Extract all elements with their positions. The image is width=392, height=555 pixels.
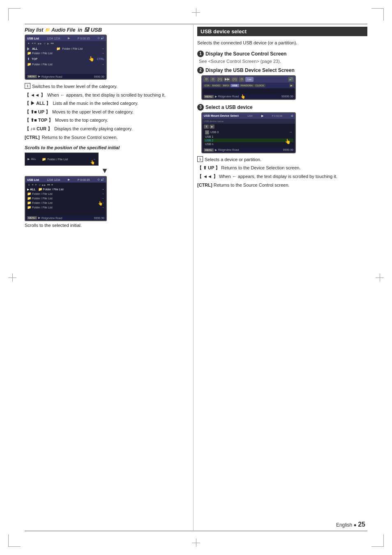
usb-select-bottombar: MENU ▶ Ridgeview Road 👆 99999.99 [202, 94, 295, 99]
bottom-divider [25, 531, 367, 531]
btn-plus1: (+) [217, 77, 223, 82]
usb-dev-time: P 0:00:00 [272, 115, 283, 117]
center-cross-bottom [192, 539, 200, 547]
folder-icon-2: 📁 [27, 62, 31, 66]
arrow-2: → [101, 63, 104, 66]
language-label: English [336, 522, 352, 528]
btn-plus2: (+) [231, 77, 238, 82]
btn-circle2: ⊙ [210, 77, 216, 82]
folder-icon-s4: 📁 [27, 201, 31, 205]
btn-radio: RADIO [211, 84, 221, 87]
ctrl-label: CTRL [97, 58, 104, 60]
screen-row-folder2: 📁 Folder / File List → [25, 62, 106, 67]
screen-controls-row: ■◄◄▶▶↺▶■■ [28, 42, 104, 45]
desc-item-1: 1 Switches to the lower level of the cat… [25, 83, 185, 90]
page-number-block: English ● 25 [336, 521, 365, 528]
folder-icon-s1: 📁 [38, 187, 42, 191]
station-r3: Ridgeview Road [218, 148, 239, 151]
step-1-header: 1 Display the Source Control Screen [197, 51, 367, 57]
corner-mark-tl [8, 8, 21, 21]
center-cross-top [192, 8, 200, 16]
usb-dev-title: USB Mount Device Select [204, 114, 239, 117]
btn-cta: CTA [203, 84, 211, 87]
r-bracket-back: 【 ◄◄ 】 [197, 173, 218, 180]
playlist-screen-mockup: USB List 1234 1234 ▶ P 0:00:35 ⊙ 🔊 ■◄◄▶▶… [25, 35, 107, 80]
center-cross-right [376, 273, 384, 282]
r-desc-text-1: Selects a device or partition. [205, 156, 261, 164]
play-icon [27, 47, 30, 51]
arrow-down: ▼ [25, 167, 185, 174]
r-desc-ctrl: [CTRL] Returns to the Source Control scr… [197, 181, 367, 189]
usb-dev-label: USB device name [204, 120, 224, 123]
nav-icon-s: ▶ [38, 216, 40, 220]
in-label: in [78, 27, 82, 33]
nav-icon: ▶ [38, 75, 40, 78]
usb-num-icon: 1 [205, 130, 209, 134]
usb-nav-btn1: ⬆ [204, 125, 209, 129]
step-1-title: Display the Source Control Screen [205, 51, 286, 57]
screen-track-info: 1234 1234 [47, 37, 60, 40]
station-s: Ridgeview Road [42, 217, 62, 220]
usb-dev-topbar: USB Mount Device Select 1234 ▶ P 0:00:00… [202, 113, 295, 119]
r-desc-back: 【 ◄◄ 】 When ← appears, the text display … [197, 173, 367, 180]
folder-icon-s2: 📁 [27, 192, 31, 196]
st-arrow: ▶ [68, 178, 70, 181]
scrolled-controls: ⬆◄►↺▶▶■■■ [25, 183, 106, 187]
usb-item-2-selected: USB 2 👆 [204, 139, 293, 142]
corner-mark-tr [371, 8, 384, 21]
nav-r3: ▶ [215, 148, 217, 152]
folder-name-s3: Folder / File List [32, 197, 53, 200]
scrolled-row-f5: 📁 Folder / File List → [25, 205, 106, 210]
bracket-ctrl: [CTRL] [25, 134, 40, 141]
usb-item-n: USB n [204, 142, 293, 146]
scrolled-bottombar: MENU ▶ Ridgeview Road 9999.99 [25, 215, 106, 220]
station-name: Ridgeview Road [42, 75, 62, 78]
usb-select-screen: ⊙ ⊙ (+) ▶▶ (+) ⊙ List 🔊 CTA RADIO INFO U… [201, 75, 296, 100]
usb-nav-btn2: ▶ [210, 125, 214, 129]
screen-bottombar: MENU ▶ Ridgeview Road 9999.99 [25, 74, 106, 79]
hand-r2: 👆 [240, 94, 245, 99]
desc-text-back: When ← appears, the text display is scro… [46, 92, 166, 99]
arrow-usb-0: → [289, 130, 292, 134]
scrolled-row-f2: 📁 Folder / File List → [25, 192, 106, 196]
r-bracket-ctrl: [CTRL] [197, 181, 212, 189]
thumb-icon: 👆 [88, 56, 95, 62]
btn-ff: ▶▶ [224, 77, 231, 82]
step-2-circle: 2 [197, 67, 204, 74]
page-number: 25 [358, 521, 365, 528]
usb-source-row: CTA RADIO INFO USB PANDORA CLOCK ▶ [202, 83, 295, 88]
arrow-right-all: → [101, 47, 104, 50]
btn-list: List [245, 77, 254, 82]
small-screen-top: ▶ ALL 📁 Folder / File List → 👆 [25, 153, 99, 166]
screen-row-all: ALL 📁 Folder / File List → [25, 46, 106, 51]
st-track: 1234 1234 [47, 178, 60, 181]
folder-name-s5: Folder / File List [32, 206, 53, 209]
usb-item-label-1: USB 1 [205, 135, 213, 138]
menu-btn-s: MENU [27, 216, 37, 220]
desc-text-top: Moves to the top category. [54, 117, 108, 124]
btn-info: INFO [222, 84, 230, 87]
screen-row-top: ⬆ TOP 👆 CTRL [25, 56, 106, 62]
bracket-all: 【 ▶ ALL 】 [25, 100, 51, 107]
folder-icon-row: 📁 [56, 47, 60, 51]
btn-play-row2: ▶ [289, 83, 294, 87]
bracket-cur: 【 ♪≡ CUR 】 [25, 125, 52, 133]
step-1-desc: See <Source Control Screen> (page 23). [197, 59, 367, 64]
step-3-block: 3 Select a USB device USB Mount Device S… [197, 104, 367, 189]
step-3-circle: 3 [197, 104, 204, 111]
hand-scrolled: 👆 [98, 201, 103, 206]
usb-item-label-n: USB n [205, 143, 213, 146]
nav-r2: ▶ [215, 95, 217, 98]
r-desc-up: 【 ⬆ UP 】 Returns to the Device Selection… [197, 164, 367, 172]
scrolls-section: Scrolls to the position of the specified… [25, 145, 185, 228]
section-header: USB device select [197, 27, 367, 36]
top-icon: ⬆ [27, 57, 30, 61]
r-desc-1: 1 Selects a device or partition. [197, 156, 367, 164]
scrolled-screen: USB List 1234 1234 ▶ P 0:00:35 ⊙ 🔊 ⬆◄►↺▶… [25, 176, 107, 221]
arrow-s1: → [101, 188, 104, 191]
folder-name-1: Folder / File List [32, 52, 53, 55]
screen-arrow: ▶ [68, 37, 70, 40]
screen-separator: ■◄◄▶▶↺▶■■ [25, 41, 106, 46]
step-1-block: 1 Display the Source Control Screen See … [197, 51, 367, 64]
vertical-divider [193, 24, 194, 530]
